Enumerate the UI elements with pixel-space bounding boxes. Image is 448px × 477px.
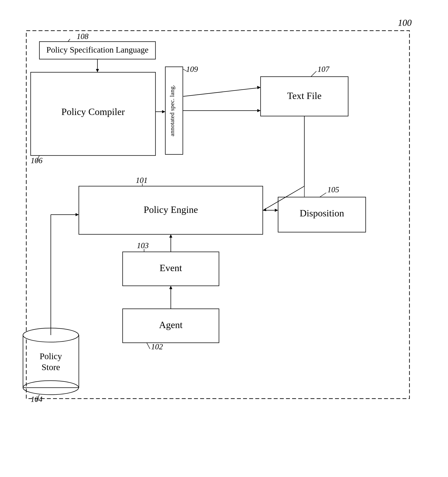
- svg-text:101: 101: [136, 176, 147, 185]
- diagram-container: 100 108 106 109 107 101 105: [13, 13, 434, 464]
- svg-text:106: 106: [31, 156, 42, 165]
- svg-text:109: 109: [186, 65, 198, 74]
- svg-marker-40: [275, 209, 278, 212]
- svg-line-12: [311, 71, 316, 77]
- svg-text:Disposition: Disposition: [300, 208, 344, 219]
- svg-text:annotated spec. lang.: annotated spec. lang.: [169, 85, 175, 137]
- svg-line-18: [320, 193, 326, 197]
- svg-text:Policy Compiler: Policy Compiler: [61, 107, 125, 117]
- svg-marker-42: [169, 234, 172, 238]
- svg-line-37: [263, 186, 304, 210]
- svg-marker-33: [162, 110, 165, 113]
- svg-text:Event: Event: [160, 262, 182, 273]
- svg-marker-35: [257, 86, 260, 89]
- svg-text:Agent: Agent: [159, 320, 183, 330]
- svg-marker-38: [263, 208, 266, 211]
- svg-text:Policy Engine: Policy Engine: [144, 204, 198, 215]
- svg-rect-0: [26, 31, 409, 399]
- svg-marker-44: [169, 286, 172, 289]
- svg-marker-47: [76, 213, 79, 216]
- svg-line-3: [68, 39, 70, 42]
- svg-text:Store: Store: [41, 362, 60, 372]
- svg-marker-31: [96, 69, 99, 72]
- svg-text:Policy: Policy: [40, 351, 62, 361]
- svg-text:Policy Specification Language: Policy Specification Language: [47, 45, 148, 54]
- svg-text:107: 107: [318, 65, 330, 74]
- svg-text:108: 108: [77, 32, 88, 41]
- svg-text:104: 104: [31, 395, 42, 404]
- svg-text:103: 103: [137, 241, 149, 250]
- svg-text:102: 102: [151, 342, 163, 351]
- svg-rect-25: [23, 335, 79, 388]
- diagram-svg: 108 106 109 107 101 105 103: [13, 13, 429, 464]
- svg-text:105: 105: [327, 185, 339, 194]
- svg-line-24: [147, 343, 150, 349]
- svg-line-34: [183, 88, 260, 96]
- svg-text:Text File: Text File: [287, 90, 321, 101]
- svg-marker-49: [257, 109, 260, 112]
